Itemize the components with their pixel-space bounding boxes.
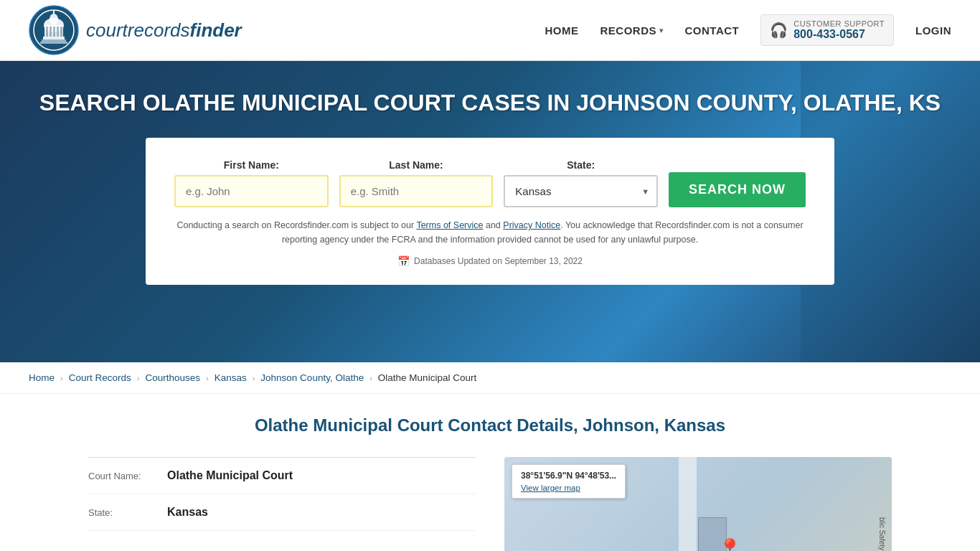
- svg-rect-8: [60, 27, 62, 37]
- nav-contact[interactable]: CONTACT: [685, 24, 740, 37]
- logo-area[interactable]: courtrecordsfinder: [29, 5, 242, 55]
- section-title: Olathe Municipal Court Contact Details, …: [88, 415, 892, 435]
- support-number: 800-433-0567: [793, 28, 885, 41]
- search-button[interactable]: SEARCH NOW: [669, 172, 806, 207]
- court-name-label: Court Name:: [88, 471, 160, 481]
- breadcrumb-johnson-county[interactable]: Johnson County, Olathe: [260, 372, 364, 383]
- records-chevron-icon: ▾: [659, 27, 664, 34]
- svg-rect-12: [42, 39, 66, 42]
- court-name-value: Olathe Municipal Court: [167, 469, 293, 482]
- details-section: Court Name: Olathe Municipal Court State…: [88, 457, 476, 551]
- map-section: blic Safety 🔴 Olathe Fire Department Sta…: [504, 457, 892, 551]
- breadcrumb-sep-4: ›: [253, 374, 255, 382]
- map-road-vertical: [679, 457, 697, 551]
- svg-rect-4: [46, 27, 48, 37]
- svg-rect-6: [53, 27, 55, 37]
- map-overlay-info: 38°51'56.9"N 94°48'53... View larger map: [512, 464, 626, 499]
- support-label: CUSTOMER SUPPORT: [793, 19, 885, 28]
- breadcrumb-courthouses[interactable]: Courthouses: [145, 372, 200, 383]
- terms-of-service-link[interactable]: Terms of Service: [416, 220, 483, 230]
- map-public-safety-label: blic Safety: [878, 517, 886, 550]
- svg-rect-7: [57, 27, 59, 37]
- main-nav: HOME RECORDS ▾ CONTACT 🎧 CUSTOMER SUPPOR…: [545, 14, 951, 46]
- privacy-notice-link[interactable]: Privacy Notice: [503, 220, 560, 230]
- nav-home[interactable]: HOME: [545, 24, 578, 37]
- headset-icon: 🎧: [770, 22, 788, 39]
- breadcrumb-sep-1: ›: [60, 374, 63, 382]
- disclaimer-text: Conducting a search on Recordsfinder.com…: [174, 218, 806, 247]
- header: courtrecordsfinder HOME RECORDS ▾ CONTAC…: [0, 0, 980, 61]
- state-select-wrapper: AlabamaAlaskaArizonaArkansasCaliforniaCo…: [504, 175, 658, 207]
- state-detail-value: Kansas: [167, 506, 208, 519]
- calendar-icon: 📅: [397, 255, 410, 267]
- state-field-group: State: AlabamaAlaskaArizonaArkansasCalif…: [504, 159, 658, 207]
- svg-rect-5: [50, 27, 52, 37]
- breadcrumb-home[interactable]: Home: [29, 372, 55, 383]
- main-content: Olathe Municipal Court Contact Details, …: [60, 394, 920, 551]
- state-detail-label: State:: [88, 507, 160, 518]
- svg-rect-11: [43, 37, 65, 39]
- hero-section: SEARCH OLATHE MUNICIPAL COURT CASES IN J…: [0, 61, 980, 362]
- logo-text: courtrecordsfinder: [86, 19, 242, 42]
- view-larger-map-link[interactable]: View larger map: [521, 484, 616, 492]
- map-coordinates: 38°51'56.9"N 94°48'53...: [521, 471, 616, 481]
- db-updated: 📅 Databases Updated on September 13, 202…: [174, 255, 806, 267]
- logo-icon: [29, 5, 79, 55]
- last-name-field-group: Last Name:: [339, 159, 494, 207]
- breadcrumb: Home › Court Records › Courthouses › Kan…: [0, 362, 980, 394]
- state-select[interactable]: AlabamaAlaskaArizonaArkansasCaliforniaCo…: [504, 175, 658, 207]
- map-placeholder: blic Safety 🔴 Olathe Fire Department Sta…: [504, 457, 892, 551]
- hero-title: SEARCH OLATHE MUNICIPAL COURT CASES IN J…: [14, 90, 966, 116]
- search-box: First Name: Last Name: State: AlabamaAla…: [146, 138, 834, 285]
- nav-login[interactable]: LOGIN: [915, 24, 951, 37]
- nav-records[interactable]: RECORDS ▾: [600, 24, 663, 37]
- search-fields: First Name: Last Name: State: AlabamaAla…: [174, 159, 806, 207]
- breadcrumb-sep-5: ›: [369, 374, 372, 382]
- last-name-input[interactable]: [339, 175, 494, 207]
- customer-support-area[interactable]: 🎧 CUSTOMER SUPPORT 800-433-0567: [760, 14, 894, 46]
- breadcrumb-sep-2: ›: [137, 374, 140, 382]
- svg-point-9: [50, 14, 58, 25]
- detail-row-state: State: Kansas: [88, 494, 476, 531]
- content-grid: Court Name: Olathe Municipal Court State…: [88, 457, 892, 551]
- first-name-field-group: First Name:: [174, 159, 329, 207]
- map-pin-icon: 📍: [717, 537, 743, 551]
- first-name-label: First Name:: [174, 159, 329, 171]
- detail-row-court-name: Court Name: Olathe Municipal Court: [88, 458, 476, 494]
- breadcrumb-current: Olathe Municipal Court: [378, 372, 476, 383]
- state-label: State:: [504, 159, 658, 171]
- breadcrumb-sep-3: ›: [206, 374, 209, 382]
- last-name-label: Last Name:: [339, 159, 494, 171]
- breadcrumb-court-records[interactable]: Court Records: [69, 372, 131, 383]
- svg-rect-13: [40, 42, 67, 44]
- breadcrumb-kansas[interactable]: Kansas: [215, 372, 247, 383]
- first-name-input[interactable]: [174, 175, 329, 207]
